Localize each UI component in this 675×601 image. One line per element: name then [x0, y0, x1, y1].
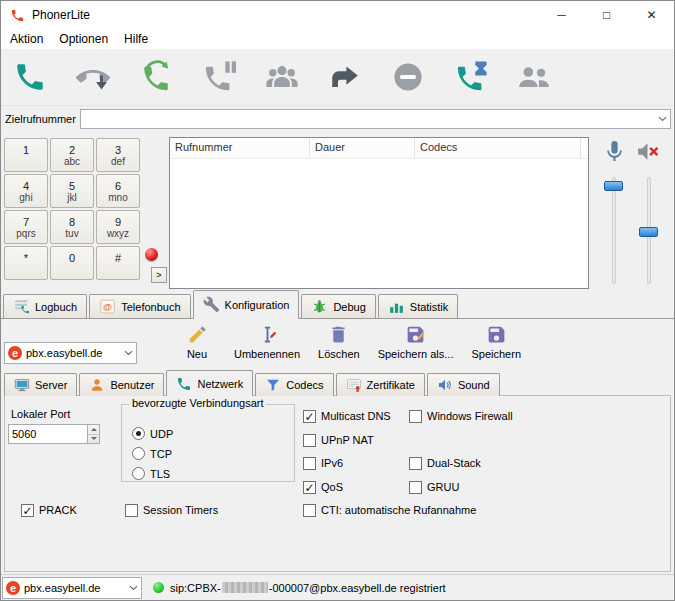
- dialpad-key-6[interactable]: 6mno: [96, 174, 140, 208]
- tab-debug[interactable]: Debug: [301, 294, 375, 318]
- tab-label: Logbuch: [35, 301, 77, 313]
- server-icon: [14, 377, 30, 393]
- menu-item-aktion[interactable]: Aktion: [2, 29, 51, 49]
- maximize-button[interactable]: □: [584, 1, 629, 29]
- audio-icons: [589, 139, 673, 164]
- checkbox-box: [125, 504, 138, 517]
- checkbox-multicast-dns[interactable]: ✓Multicast DNS: [303, 410, 409, 434]
- config-tab-sound[interactable]: Sound: [427, 373, 500, 396]
- contacts-button[interactable]: [513, 55, 555, 99]
- checkbox-ipv6[interactable]: IPv6: [303, 457, 409, 481]
- config-tab-server[interactable]: Server: [4, 373, 77, 396]
- expand-button[interactable]: >: [151, 267, 167, 283]
- radio-tcp[interactable]: TCP: [132, 447, 172, 460]
- column-header-codecs[interactable]: Codecs: [415, 138, 581, 158]
- checkbox-cti-automatische-rufannahme[interactable]: CTI: automatische Rufannahme: [303, 504, 409, 528]
- dialpad-key-2[interactable]: 2abc: [50, 138, 94, 172]
- dialpad-key-8[interactable]: 8tuv: [50, 210, 94, 244]
- main-area: 12abc3def4ghi5jkl6mno7pqrs8tuv9wxyz*0# >…: [1, 132, 674, 290]
- chevron-down-icon[interactable]: [126, 578, 141, 598]
- microphone-icon[interactable]: [602, 139, 627, 164]
- config-tab-codecs[interactable]: Codecs: [255, 373, 333, 396]
- redial-button[interactable]: [135, 55, 177, 99]
- config-tab-zertifikate[interactable]: Zertifikate: [336, 373, 425, 396]
- chevron-down-icon[interactable]: [655, 110, 670, 128]
- call-list-header: RufnummerDauerCodecs: [170, 138, 588, 159]
- checkbox-dual-stack[interactable]: Dual-Stack: [409, 457, 513, 481]
- radio-tls[interactable]: TLS: [132, 467, 170, 480]
- chevron-down-icon[interactable]: [121, 343, 136, 363]
- dialpad-key-9[interactable]: 9wxyz: [96, 210, 140, 244]
- radio-udp[interactable]: UDP: [132, 427, 173, 440]
- key-digit: 2: [69, 144, 75, 156]
- registration-status-text: sip:CPBX--000007@pbx.easybell.de registr…: [170, 582, 446, 594]
- speaker-volume-slider[interactable]: [639, 177, 658, 284]
- dialpad-key-5[interactable]: 5jkl: [50, 174, 94, 208]
- conference-button[interactable]: [261, 55, 303, 99]
- dial-icon: [13, 60, 47, 94]
- microphone-volume-slider[interactable]: [604, 177, 623, 284]
- call-waiting-button[interactable]: [450, 55, 492, 99]
- neu-button[interactable]: Neu: [171, 321, 223, 368]
- checkbox-gruu[interactable]: GRUU: [409, 481, 513, 505]
- local-port-input[interactable]: [8, 424, 88, 444]
- main-tabbar: Logbuch@TelefonbuchKonfigurationDebugSta…: [1, 290, 674, 318]
- key-letters: tuv: [65, 228, 78, 239]
- config-tab-benutzer[interactable]: Benutzer: [79, 373, 164, 396]
- local-port-label: Lokaler Port: [11, 408, 70, 420]
- dialpad-key-7[interactable]: 7pqrs: [4, 210, 48, 244]
- dialpad-key-hash[interactable]: #: [96, 246, 140, 280]
- action-label: Speichern: [471, 348, 521, 360]
- tab-logbuch[interactable]: Logbuch: [3, 294, 87, 318]
- dialpad-key-0[interactable]: 0: [50, 246, 94, 280]
- profile-combobox[interactable]: e pbx.easybell.de: [4, 342, 137, 364]
- hold-button[interactable]: [198, 55, 240, 99]
- column-header-rufnummer[interactable]: Rufnummer: [170, 138, 310, 158]
- close-button[interactable]: ✕: [629, 1, 674, 29]
- statistik-icon: [388, 298, 405, 315]
- hold-icon: [202, 60, 236, 94]
- window-controls: ─ □ ✕: [539, 1, 674, 29]
- checkbox-box: [409, 410, 422, 423]
- slider-thumb[interactable]: [639, 227, 658, 237]
- record-indicator[interactable]: [145, 248, 158, 261]
- speichern-als-button[interactable]: Speichern als...: [371, 321, 461, 368]
- action-label: Neu: [187, 348, 207, 360]
- hangup-button[interactable]: [72, 55, 114, 99]
- tab-statistik[interactable]: Statistik: [378, 294, 459, 318]
- dial-number-input[interactable]: [81, 110, 655, 128]
- menu-item-hilfe[interactable]: Hilfe: [116, 29, 156, 49]
- checkbox-windows-firewall[interactable]: Windows Firewall: [409, 410, 513, 434]
- slider-track[interactable]: [612, 177, 616, 284]
- speaker-muted-icon[interactable]: [635, 139, 660, 164]
- registration-status-icon: [153, 582, 164, 593]
- status-profile-combobox[interactable]: e pbx.easybell.de: [2, 577, 142, 599]
- speichern-button[interactable]: Speichern: [464, 321, 528, 368]
- checkbox-prack[interactable]: ✓PRACK: [21, 504, 77, 517]
- transfer-button[interactable]: [324, 55, 366, 99]
- checkbox-session-timers[interactable]: Session Timers: [125, 504, 218, 517]
- dial-number-combobox[interactable]: [80, 109, 671, 129]
- dialpad-key-star[interactable]: *: [4, 246, 48, 280]
- slider-thumb[interactable]: [604, 181, 623, 191]
- menu-item-optionen[interactable]: Optionen: [51, 29, 116, 49]
- spinner-down-button[interactable]: [88, 434, 99, 444]
- spinner-up-button[interactable]: [88, 425, 99, 434]
- column-header-dauer[interactable]: Dauer: [310, 138, 415, 158]
- do-not-disturb-button[interactable]: [387, 55, 429, 99]
- checkbox-label: GRUU: [427, 481, 459, 494]
- call-list-body[interactable]: [170, 159, 588, 288]
- local-port-field: [8, 424, 100, 444]
- tab-telefonbuch[interactable]: @Telefonbuch: [89, 294, 190, 318]
- checkbox-qos[interactable]: ✓QoS: [303, 481, 409, 505]
- minimize-button[interactable]: ─: [539, 1, 584, 29]
- dialpad-key-1[interactable]: 1: [4, 138, 48, 172]
- config-tab-netzwerk[interactable]: Netzwerk: [166, 370, 253, 396]
- checkbox-upnp-nat[interactable]: UPnP NAT: [303, 434, 409, 458]
- dial-button[interactable]: [9, 55, 51, 99]
- löschen-button[interactable]: Löschen: [311, 321, 367, 368]
- dialpad-key-3[interactable]: 3def: [96, 138, 140, 172]
- tab-konfiguration[interactable]: Konfiguration: [193, 290, 300, 318]
- dialpad-key-4[interactable]: 4ghi: [4, 174, 48, 208]
- umbenennen-button[interactable]: Umbenennen: [227, 321, 307, 368]
